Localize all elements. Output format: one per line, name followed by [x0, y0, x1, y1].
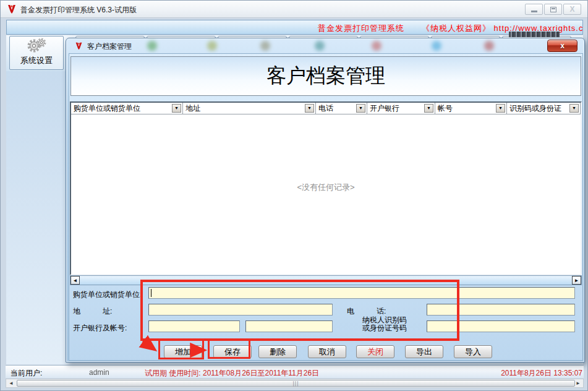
current-user-value: admin [89, 368, 109, 377]
column-label: 开户银行 [370, 103, 399, 114]
taxid-input[interactable] [427, 320, 575, 332]
minimize-icon [531, 11, 537, 12]
grid-body[interactable]: <没有任何记录> [71, 114, 581, 274]
window-titlebar: 普金发票打印管理系统 V6.3-试用版 X [1, 1, 588, 18]
column-label: 电话 [318, 103, 333, 114]
customer-grid: 购货单位或销货单位 ▼ 地址 ▼ 电话 ▼ 开户银行 ▼ 帐号 ▼ [70, 101, 582, 275]
window-title: 普金发票打印管理系统 V6.3-试用版 [20, 5, 137, 15]
column-header-account[interactable]: 帐号 ▼ [435, 103, 507, 114]
grid-horizontal-scrollbar[interactable]: ◄ ► [70, 275, 582, 285]
filter-dropdown-icon[interactable]: ▼ [172, 104, 181, 113]
export-button[interactable]: 导出 [405, 345, 443, 358]
marquee-banner: 普金发票打印管理系统 《纳税人权益网》 http://www.taxrights… [6, 20, 583, 35]
taxid-label-line1: 纳税人识别码 [362, 316, 407, 324]
dialog-title: 客户档案管理 [87, 41, 132, 52]
empty-records-message: <没有任何记录> [297, 182, 354, 193]
grid-header-row: 购货单位或销货单位 ▼ 地址 ▼ 电话 ▼ 开户银行 ▼ 帐号 ▼ [71, 103, 581, 114]
column-header-bank[interactable]: 开户银行 ▼ [367, 103, 435, 114]
blurred-toolbar-blob [484, 41, 494, 51]
bank-input-1[interactable] [148, 320, 240, 332]
column-header-phone[interactable]: 电话 ▼ [316, 103, 367, 114]
partial-toolbar-button [509, 32, 560, 37]
save-button[interactable]: 保存 [213, 345, 252, 358]
text-caret [151, 289, 151, 297]
scroll-right-icon[interactable]: ► [572, 276, 581, 285]
application-window: { "window": { "title": "普金发票打印管理系统 V6.3-… [0, 0, 588, 391]
address-label: 地 址: [73, 306, 112, 317]
maximize-icon [550, 7, 556, 12]
system-settings-button[interactable]: 系统设置 [9, 36, 64, 70]
import-button[interactable]: 导入 [454, 345, 492, 358]
column-label: 购货单位或销货单位 [74, 103, 140, 114]
phone-input[interactable] [427, 304, 575, 316]
delete-button[interactable]: 删除 [258, 345, 297, 358]
bank-input-2[interactable] [245, 320, 333, 332]
minimize-button[interactable] [525, 4, 543, 15]
dialog-logo-icon [75, 41, 83, 51]
column-label: 帐号 [438, 103, 453, 114]
scrollbar-thumb[interactable]: ||| [17, 380, 575, 387]
gears-icon [26, 37, 47, 53]
close-dialog-button[interactable]: 关闭 [356, 345, 394, 358]
window-horizontal-scrollbar[interactable]: ◄ ► ||| [6, 379, 584, 388]
taxid-label-line2: 或身份证号码 [362, 324, 407, 332]
dialog-titlebar[interactable]: 客户档案管理 x [66, 38, 584, 53]
column-label: 识别码或身份证 [509, 103, 561, 114]
add-button[interactable]: 增加 [164, 345, 202, 358]
filter-dropdown-icon[interactable]: ▼ [496, 104, 505, 113]
filter-dropdown-icon[interactable]: ▼ [424, 104, 433, 113]
bank-label: 开户银行及帐号: [73, 323, 127, 333]
close-icon: X [569, 6, 574, 13]
customer-archive-dialog: 客户档案管理 x 客户档案管理 购货单位或销货单位 ▼ 地址 ▼ 电话 ▼ 开 [66, 38, 585, 363]
dialog-heading: 客户档案管理 [70, 56, 581, 96]
buyer-input[interactable] [148, 287, 575, 299]
status-bar: 当前用户: admin 试用期 使用时间: 2011年08月26日至2011年1… [6, 365, 584, 378]
column-header-address[interactable]: 地址 ▼ [183, 103, 316, 114]
cancel-button[interactable]: 取消 [308, 345, 346, 358]
system-settings-label: 系统设置 [20, 55, 53, 66]
blurred-toolbar-blob [147, 41, 157, 51]
scroll-left-icon[interactable]: ◄ [6, 379, 16, 387]
column-header-buyer[interactable]: 购货单位或销货单位 ▼ [71, 103, 183, 114]
filter-dropdown-icon[interactable]: ▼ [569, 104, 579, 113]
close-button[interactable]: X [563, 4, 581, 15]
blurred-toolbar-blob [432, 41, 441, 51]
address-input[interactable] [148, 304, 333, 316]
dialog-client-area: 客户档案管理 购货单位或销货单位 ▼ 地址 ▼ 电话 ▼ 开户银行 ▼ [69, 53, 583, 361]
blurred-toolbar-blob [315, 41, 325, 51]
filter-dropdown-icon[interactable]: ▼ [305, 104, 314, 113]
trial-period-text: 试用期 使用时间: 2011年08月26日至2011年11月26日 [145, 368, 319, 379]
column-label: 地址 [185, 103, 200, 114]
blurred-toolbar-blob [207, 41, 217, 51]
status-datetime: 2011年8月26日 13:35:07 [501, 368, 582, 379]
column-header-taxid[interactable]: 识别码或身份证 ▼ [507, 103, 581, 114]
buyer-label: 购货单位或销货单位: [73, 290, 142, 300]
maximize-button[interactable] [544, 4, 562, 15]
scroll-left-icon[interactable]: ◄ [70, 276, 80, 285]
app-logo-icon [7, 4, 17, 14]
filter-dropdown-icon[interactable]: ▼ [356, 104, 365, 113]
current-user-label: 当前用户: [11, 368, 42, 379]
dialog-close-button[interactable]: x [547, 40, 577, 52]
blurred-toolbar-blob [372, 41, 381, 51]
taxid-label: 纳税人识别码 或身份证号码 [349, 316, 420, 332]
blurred-toolbar-blob [260, 41, 270, 51]
window-controls: X [525, 4, 581, 15]
